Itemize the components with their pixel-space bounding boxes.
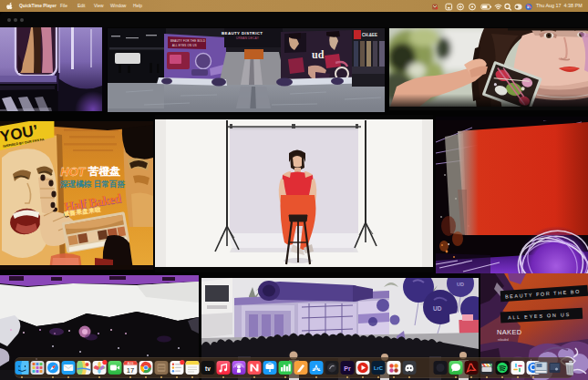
svg-text:CH.&EE: CH.&EE (362, 33, 377, 37)
svg-text:tv: tv (205, 365, 211, 372)
svg-text:NAKED: NAKED (497, 328, 521, 336)
svg-text:ud: ud (312, 48, 325, 61)
svg-text:LrC: LrC (374, 365, 384, 371)
svg-text:BEAUTY DISTRICT: BEAUTY DISTRICT (222, 31, 263, 36)
svg-text:reloaded: reloaded (498, 338, 509, 342)
svg-text:ALL EYES ON US: ALL EYES ON US (172, 44, 197, 47)
svg-text:17: 17 (127, 366, 134, 375)
svg-text:UD: UD (433, 305, 442, 312)
svg-text:HOT: HOT (60, 165, 87, 179)
svg-text:Pr: Pr (344, 365, 351, 372)
svg-text:苦橙盘: 苦橙盘 (88, 166, 120, 177)
svg-text:深邆橘棕 日常百搭: 深邆橘棕 日常百搭 (59, 180, 126, 189)
svg-text:URBAN DECAY: URBAN DECAY (236, 36, 260, 40)
svg-text:AUG: AUG (128, 362, 134, 365)
svg-text:BEAUTY FOR THE BOLD: BEAUTY FOR THE BOLD (170, 39, 205, 43)
svg-text:UD: UD (457, 282, 464, 287)
